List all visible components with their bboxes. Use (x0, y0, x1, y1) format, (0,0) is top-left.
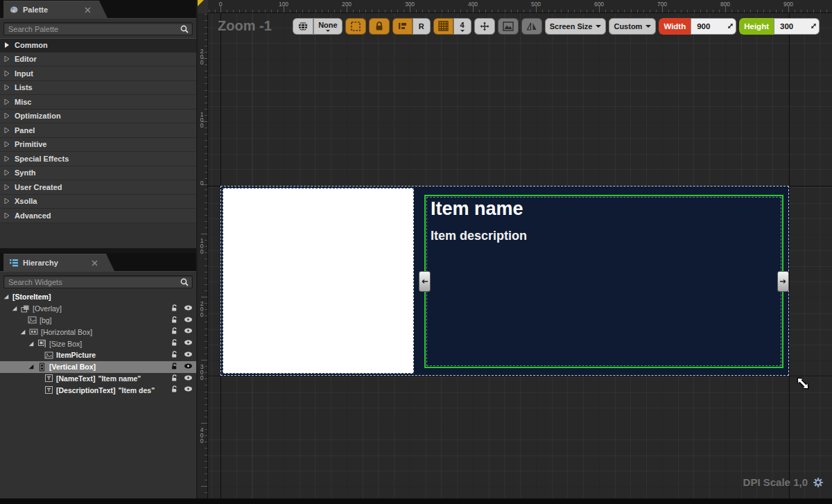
expander-icon[interactable] (11, 305, 18, 312)
design-surface[interactable]: Zoom -1 None (208, 13, 832, 504)
category-xsolla[interactable]: Xsolla (0, 195, 196, 209)
resolution-preset-dropdown[interactable]: Custom (609, 18, 656, 35)
category-label: Common (15, 41, 48, 49)
category-lists[interactable]: Lists (0, 81, 196, 96)
expander-arrow-icon[interactable] (4, 113, 10, 119)
category-common[interactable]: Common (0, 38, 196, 53)
gear-icon[interactable] (813, 477, 824, 488)
category-special-effects[interactable]: Special Effects (0, 152, 196, 166)
lock-open-icon[interactable] (171, 350, 179, 358)
category-label: Input (15, 69, 33, 78)
tree-row-label: [NameText] (56, 374, 95, 383)
tree-row-storeitem[interactable]: [StoreItem] (0, 291, 196, 303)
lock-open-icon[interactable] (171, 304, 179, 312)
lock-open-icon[interactable] (171, 362, 179, 370)
lock-open-icon[interactable] (171, 385, 179, 393)
category-editor[interactable]: Editor (0, 53, 196, 67)
tree-row-bg[interactable]: [bg] (0, 315, 196, 327)
category-panel[interactable]: Panel (0, 123, 196, 138)
vertical-box-selection[interactable]: Item name Item description (424, 195, 783, 368)
expander-arrow-icon[interactable] (4, 198, 10, 204)
hierarchy-search[interactable] (3, 275, 193, 288)
screen-size-dropdown[interactable]: Screen Size (545, 18, 607, 35)
expander-arrow-icon[interactable] (4, 71, 10, 76)
grid-snap-toggle[interactable] (433, 18, 453, 35)
respect-locks-toggle[interactable] (369, 18, 390, 35)
category-optimization[interactable]: Optimization (0, 110, 196, 124)
hierarchy-search-input[interactable] (4, 276, 192, 288)
preview-background-button[interactable] (498, 18, 519, 35)
tab-palette[interactable]: Palette (3, 1, 107, 18)
expander-arrow-icon[interactable] (4, 85, 10, 90)
category-user-created[interactable]: User Created (0, 180, 196, 195)
palette-search[interactable] (3, 22, 193, 35)
store-item-widget-preview[interactable]: Item name Item description (220, 186, 789, 376)
tab-hierarchy[interactable]: Hierarchy (3, 254, 114, 271)
eye-icon[interactable] (184, 374, 193, 381)
palette-body: Common Editor Input Lists Misc (0, 18, 196, 248)
expander-arrow-icon[interactable] (4, 56, 10, 62)
tree-row-itempicture[interactable]: ItemPicture (0, 349, 196, 361)
eye-icon[interactable] (184, 304, 193, 311)
category-label: Lists (15, 83, 33, 92)
tree-row-horizontal-box[interactable]: [Horizontal Box] (0, 326, 196, 338)
vertical-box-icon (37, 363, 46, 372)
eye-icon[interactable] (184, 363, 193, 370)
reorder-left-handle[interactable] (419, 271, 431, 292)
tree-row-descriptiontext[interactable]: [DescriptionText]"Item des" (0, 384, 196, 396)
reorder-right-handle[interactable] (777, 271, 789, 292)
category-label: Editor (15, 55, 37, 63)
resize-cursor-icon (794, 374, 812, 392)
expander-arrow-icon[interactable] (4, 170, 10, 175)
category-label: Special Effects (15, 155, 69, 163)
grid-snap-size-dropdown[interactable]: 4 (453, 18, 471, 35)
item-picture-image[interactable] (223, 188, 414, 374)
lock-open-icon[interactable] (171, 315, 179, 324)
palette-category-list: Common Editor Input Lists Misc (0, 38, 196, 223)
category-synth[interactable]: Synth (0, 166, 196, 181)
resize-mode-toggle[interactable]: R (413, 18, 431, 35)
category-input[interactable]: Input (0, 67, 196, 81)
localization-preview-button[interactable] (293, 18, 313, 35)
item-name-text[interactable]: Item name (431, 198, 782, 220)
eye-icon[interactable] (184, 351, 193, 358)
category-misc[interactable]: Misc (0, 95, 196, 110)
tree-row-label: [StoreItem] (12, 293, 51, 301)
flip-preview-button[interactable] (521, 18, 542, 35)
expander-icon[interactable] (28, 363, 35, 370)
category-advanced[interactable]: Advanced (0, 209, 196, 223)
eye-icon[interactable] (184, 385, 193, 392)
expander-arrow-icon[interactable] (4, 141, 10, 147)
expander-icon[interactable] (19, 329, 26, 336)
expander-arrow-icon[interactable] (4, 128, 10, 133)
expander-arrow-icon[interactable] (4, 184, 10, 190)
dashed-outlines-toggle[interactable] (345, 18, 366, 35)
item-description-text[interactable]: Item description (431, 229, 782, 243)
expander-arrow-icon[interactable] (4, 42, 10, 48)
transform-mode-button[interactable] (474, 18, 495, 35)
eye-icon[interactable] (184, 327, 193, 334)
lock-open-icon[interactable] (171, 338, 179, 347)
expander-arrow-icon[interactable] (4, 213, 10, 218)
expander-icon[interactable] (28, 340, 35, 347)
expander-arrow-icon[interactable] (4, 99, 10, 105)
eye-icon[interactable] (184, 316, 193, 323)
caret-down-icon (460, 30, 465, 32)
expander-icon[interactable] (3, 293, 10, 300)
ruler-tick-label: 200 (340, 1, 354, 8)
close-icon[interactable] (92, 260, 98, 266)
tree-row-vertical-box[interactable]: [Vertical Box] (0, 361, 196, 373)
eye-icon[interactable] (184, 339, 193, 346)
palette-search-input[interactable] (4, 23, 192, 35)
category-primitive[interactable]: Primitive (0, 138, 196, 153)
image-icon (28, 315, 37, 324)
tree-row-overlay[interactable]: [Overlay] (0, 303, 196, 315)
expander-arrow-icon[interactable] (4, 156, 10, 162)
lock-open-icon[interactable] (171, 327, 179, 335)
lock-open-icon[interactable] (171, 374, 179, 382)
tree-row-nametext[interactable]: [NameText]"Item name" (0, 373, 196, 385)
close-icon[interactable] (85, 7, 91, 13)
localization-culture-dropdown[interactable]: None (313, 18, 343, 35)
tree-row-size-box[interactable]: [Size Box] (0, 338, 196, 349)
widget-outlines-toggle[interactable] (392, 18, 413, 35)
